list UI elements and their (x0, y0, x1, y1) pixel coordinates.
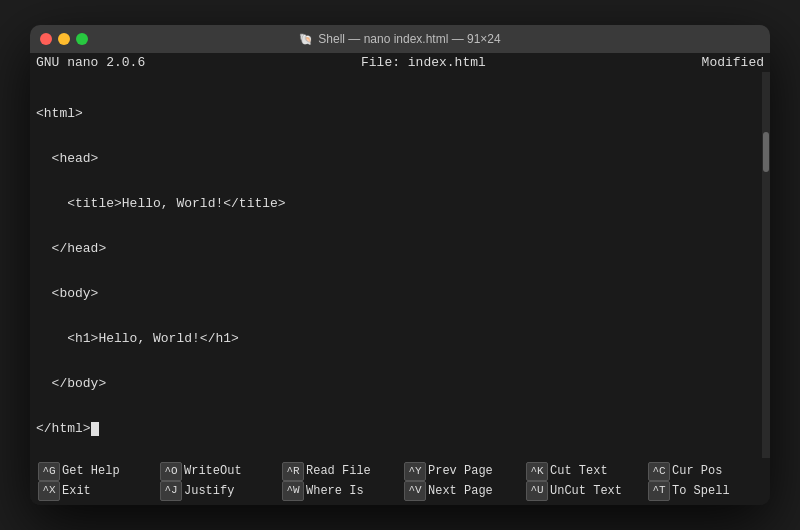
key-justify: ^J (160, 481, 182, 501)
titlebar: 🐚 Shell — nano index.html — 91×24 (30, 25, 770, 53)
key-cur-pos: ^C (648, 462, 670, 482)
nano-header: GNU nano 2.0.6 File: index.html Modified (30, 53, 770, 72)
shortcut-cut-text: ^K Cut Text (526, 462, 640, 482)
shortcut-next-page: ^V Next Page (404, 481, 518, 501)
editor-line-5: <body> (36, 286, 756, 301)
key-uncut-text: ^U (526, 481, 548, 501)
label-cut-text: Cut Text (550, 462, 608, 481)
shortcuts-row: ^G Get Help ^X Exit ^O WriteOut ^J (30, 458, 770, 505)
shortcut-group-4: ^Y Prev Page ^V Next Page (400, 460, 522, 503)
terminal-window: 🐚 Shell — nano index.html — 91×24 GNU na… (30, 25, 770, 505)
shortcut-writeout: ^O WriteOut (160, 462, 274, 482)
label-cur-pos: Cur Pos (672, 462, 722, 481)
scrollbar-thumb[interactable] (763, 132, 769, 172)
shortcut-group-6: ^C Cur Pos ^T To Spell (644, 460, 766, 503)
label-where-is: Where Is (306, 482, 364, 501)
editor-line-4: </head> (36, 241, 756, 256)
nano-file: File: index.html (361, 55, 486, 70)
shortcut-group-5: ^K Cut Text ^U UnCut Text (522, 460, 644, 503)
editor-line-7: </body> (36, 376, 756, 391)
close-button[interactable] (40, 33, 52, 45)
nano-version: GNU nano 2.0.6 (36, 55, 145, 70)
shortcut-group-3: ^R Read File ^W Where Is (278, 460, 400, 503)
window-title: 🐚 Shell — nano index.html — 91×24 (299, 32, 500, 46)
key-prev-page: ^Y (404, 462, 426, 482)
shortcut-get-help: ^G Get Help (38, 462, 152, 482)
label-writeout: WriteOut (184, 462, 242, 481)
label-to-spell: To Spell (672, 482, 730, 501)
editor-line-8: </html> (36, 421, 756, 436)
traffic-lights (40, 33, 88, 45)
key-next-page: ^V (404, 481, 426, 501)
editor-area[interactable]: <html> <head> <title>Hello, World!</titl… (30, 72, 762, 458)
shortcut-prev-page: ^Y Prev Page (404, 462, 518, 482)
editor-line-3: <title>Hello, World!</title> (36, 196, 756, 211)
shortcut-group-1: ^G Get Help ^X Exit (34, 460, 156, 503)
label-next-page: Next Page (428, 482, 493, 501)
shortcut-read-file: ^R Read File (282, 462, 396, 482)
shortcut-where-is: ^W Where Is (282, 481, 396, 501)
shortcut-group-2: ^O WriteOut ^J Justify (156, 460, 278, 503)
label-get-help: Get Help (62, 462, 120, 481)
shortcut-exit: ^X Exit (38, 481, 152, 501)
nano-modified: Modified (702, 55, 764, 70)
shortcut-justify: ^J Justify (160, 481, 274, 501)
text-cursor (91, 422, 99, 436)
label-justify: Justify (184, 482, 234, 501)
editor-line-1: <html> (36, 106, 756, 121)
scrollbar[interactable] (762, 72, 770, 458)
terminal-content[interactable]: GNU nano 2.0.6 File: index.html Modified… (30, 53, 770, 505)
shell-icon: 🐚 (299, 33, 313, 46)
key-exit: ^X (38, 481, 60, 501)
key-read-file: ^R (282, 462, 304, 482)
nano-footer: ^G Get Help ^X Exit ^O WriteOut ^J (30, 458, 770, 505)
shortcut-uncut-text: ^U UnCut Text (526, 481, 640, 501)
title-text: Shell — nano index.html — 91×24 (318, 32, 500, 46)
editor-line-6: <h1>Hello, World!</h1> (36, 331, 756, 346)
key-get-help: ^G (38, 462, 60, 482)
key-where-is: ^W (282, 481, 304, 501)
minimize-button[interactable] (58, 33, 70, 45)
maximize-button[interactable] (76, 33, 88, 45)
key-cut-text: ^K (526, 462, 548, 482)
label-uncut-text: UnCut Text (550, 482, 622, 501)
label-prev-page: Prev Page (428, 462, 493, 481)
key-to-spell: ^T (648, 481, 670, 501)
editor-container: <html> <head> <title>Hello, World!</titl… (30, 72, 770, 458)
label-read-file: Read File (306, 462, 371, 481)
shortcut-to-spell: ^T To Spell (648, 481, 762, 501)
key-writeout: ^O (160, 462, 182, 482)
editor-line-2: <head> (36, 151, 756, 166)
label-exit: Exit (62, 482, 91, 501)
shortcut-cur-pos: ^C Cur Pos (648, 462, 762, 482)
